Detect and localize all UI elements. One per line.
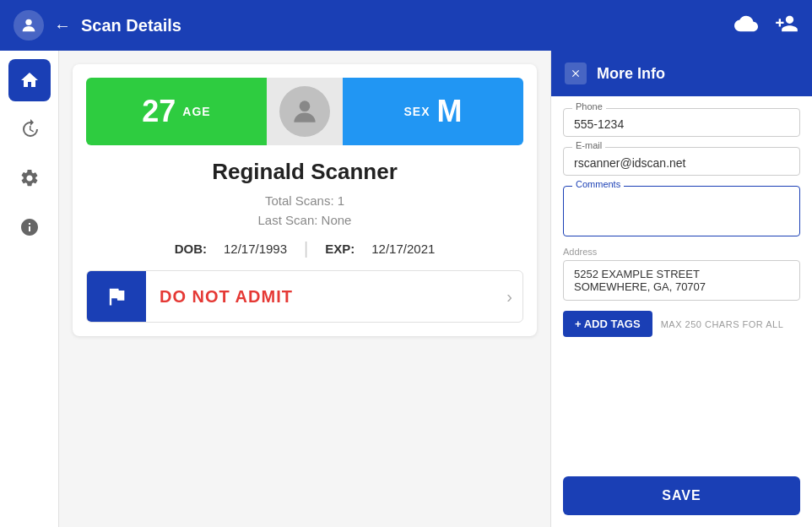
svg-point-1 (300, 101, 311, 111)
dna-text: DO NOT ADMIT (146, 287, 506, 307)
add-tags-button[interactable]: + ADD TAGS (563, 311, 652, 337)
address-value: 5252 EXAMPLE STREET SOMEWHERE, GA, 70707 (563, 260, 800, 301)
exp-label: EXP: (325, 242, 355, 256)
phone-value: 555-1234 (574, 116, 789, 131)
panel-body: Phone 555-1234 E-mail rscanner@idscan.ne… (551, 96, 812, 476)
sidebar (0, 51, 59, 527)
save-button[interactable]: SAVE (563, 476, 800, 515)
comments-label: Comments (572, 179, 624, 189)
last-scan: Last Scan: None (86, 213, 523, 227)
chevron-right-icon: › (506, 287, 522, 307)
sex-value: M (437, 94, 463, 129)
main-content: 27 AGE SEX M Reginald Scan (59, 51, 550, 527)
phone-label: Phone (572, 101, 606, 111)
address-label: Address (563, 247, 800, 257)
dna-row[interactable]: DO NOT ADMIT › (86, 270, 523, 323)
close-icon (570, 68, 582, 79)
cloud-icon[interactable] (734, 12, 758, 39)
sidebar-item-info[interactable] (8, 206, 51, 248)
comments-field-wrapper[interactable]: Comments (563, 186, 800, 236)
tags-hint: MAX 250 CHARS FOR ALL (661, 319, 784, 329)
sidebar-item-history[interactable] (8, 108, 51, 150)
phone-field-wrapper: Phone 555-1234 (563, 108, 800, 137)
avatar-circle (279, 86, 330, 137)
user-icon (19, 16, 38, 35)
email-label: E-mail (572, 140, 605, 150)
age-number: 27 (142, 94, 176, 129)
info-icon (19, 217, 40, 237)
svg-point-0 (25, 19, 31, 25)
divider: | (304, 239, 308, 258)
person-name: Reginald Scanner (86, 159, 523, 185)
sex-label: SEX (403, 105, 430, 118)
header-left: ← Scan Details (14, 10, 181, 41)
address-wrapper: Address 5252 EXAMPLE STREET SOMEWHERE, G… (563, 247, 800, 301)
sidebar-item-settings[interactable] (8, 157, 51, 199)
email-value: rscanner@idscan.net (574, 155, 789, 170)
more-info-panel: More Info Phone 555-1234 E-mail rscanner… (550, 51, 812, 527)
age-block: 27 AGE (86, 78, 267, 145)
comments-input[interactable] (574, 193, 789, 227)
app-header: ← Scan Details (0, 0, 812, 51)
header-icons (734, 12, 798, 39)
person-icon (289, 95, 321, 128)
home-icon (19, 70, 40, 90)
page-title: Scan Details (81, 16, 181, 35)
total-scans: Total Scans: 1 (86, 193, 523, 208)
gear-icon (19, 168, 40, 188)
panel-title: More Info (597, 65, 665, 83)
panel-close-button[interactable] (565, 62, 587, 84)
main-layout: 27 AGE SEX M Reginald Scan (0, 51, 812, 527)
add-user-icon[interactable] (775, 12, 798, 39)
flag-icon (105, 285, 128, 308)
tags-row: + ADD TAGS MAX 250 CHARS FOR ALL (563, 311, 800, 337)
user-avatar (14, 10, 44, 41)
sidebar-item-home[interactable] (8, 59, 51, 101)
dob-value: 12/17/1993 (224, 242, 287, 256)
history-icon (19, 119, 40, 139)
avatar-block (267, 78, 343, 145)
dna-icon-block (87, 271, 146, 322)
back-button[interactable]: ← (54, 16, 71, 35)
dob-label: DOB: (175, 242, 207, 256)
age-label: AGE (182, 105, 210, 118)
id-header-row: 27 AGE SEX M (86, 78, 523, 145)
address-line2: SOMEWHERE, GA, 70707 (574, 280, 789, 293)
address-line1: 5252 EXAMPLE STREET (574, 268, 789, 280)
dob-exp-row: DOB: 12/17/1993 | EXP: 12/17/2021 (86, 239, 523, 258)
sex-block: SEX M (343, 78, 523, 145)
panel-header: More Info (551, 51, 812, 96)
id-card: 27 AGE SEX M Reginald Scan (73, 64, 537, 336)
exp-value: 12/17/2021 (371, 242, 435, 256)
email-field-wrapper: E-mail rscanner@idscan.net (563, 147, 800, 176)
